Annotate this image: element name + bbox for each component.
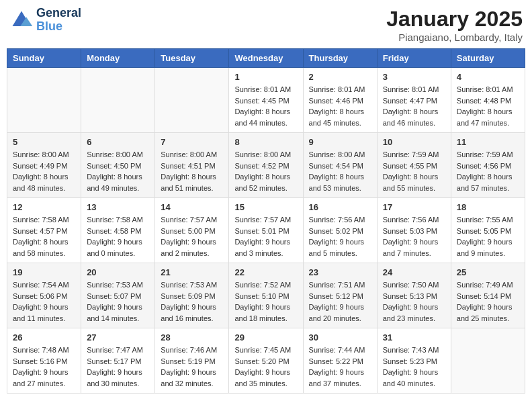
day-info: Sunrise: 7:49 AM Sunset: 5:14 PM Dayligh… <box>457 279 519 324</box>
day-info: Sunrise: 8:00 AM Sunset: 4:52 PM Dayligh… <box>234 149 297 193</box>
day-info: Sunrise: 8:00 AM Sunset: 4:51 PM Dayligh… <box>161 149 223 193</box>
day-info: Sunrise: 7:56 AM Sunset: 5:02 PM Dayligh… <box>309 214 371 259</box>
calendar-day-10: 10Sunrise: 7:59 AM Sunset: 4:55 PM Dayli… <box>377 133 451 198</box>
day-info: Sunrise: 7:47 AM Sunset: 5:17 PM Dayligh… <box>87 345 149 389</box>
day-number: 22 <box>234 267 297 277</box>
day-info: Sunrise: 7:57 AM Sunset: 5:00 PM Dayligh… <box>161 214 223 259</box>
day-number: 23 <box>309 267 371 277</box>
calendar-day-12: 12Sunrise: 7:58 AM Sunset: 4:57 PM Dayli… <box>7 198 81 263</box>
calendar-day-empty <box>81 68 155 133</box>
day-info: Sunrise: 7:57 AM Sunset: 5:01 PM Dayligh… <box>234 214 297 259</box>
calendar-day-14: 14Sunrise: 7:57 AM Sunset: 5:00 PM Dayli… <box>155 198 229 263</box>
calendar-day-27: 27Sunrise: 7:47 AM Sunset: 5:17 PM Dayli… <box>81 328 155 394</box>
calendar-day-26: 26Sunrise: 7:48 AM Sunset: 5:16 PM Dayli… <box>7 328 81 394</box>
day-number: 28 <box>161 332 223 342</box>
calendar-day-18: 18Sunrise: 7:55 AM Sunset: 5:05 PM Dayli… <box>451 198 525 263</box>
weekday-header-friday: Friday <box>377 49 451 68</box>
day-number: 5 <box>13 137 75 147</box>
day-number: 29 <box>234 332 297 342</box>
month-title: January 2025 <box>386 7 523 32</box>
day-info: Sunrise: 8:01 AM Sunset: 4:45 PM Dayligh… <box>234 84 297 128</box>
calendar-week-row: 19Sunrise: 7:54 AM Sunset: 5:06 PM Dayli… <box>7 263 525 328</box>
day-number: 3 <box>383 72 445 82</box>
day-info: Sunrise: 7:52 AM Sunset: 5:10 PM Dayligh… <box>234 279 297 324</box>
weekday-header-row: SundayMondayTuesdayWednesdayThursdayFrid… <box>7 49 525 68</box>
calendar-day-30: 30Sunrise: 7:44 AM Sunset: 5:22 PM Dayli… <box>303 328 377 394</box>
day-number: 15 <box>234 202 297 212</box>
calendar-week-row: 5Sunrise: 8:00 AM Sunset: 4:49 PM Daylig… <box>7 133 525 198</box>
calendar-day-28: 28Sunrise: 7:46 AM Sunset: 5:19 PM Dayli… <box>155 328 229 394</box>
day-info: Sunrise: 7:58 AM Sunset: 4:58 PM Dayligh… <box>87 214 149 259</box>
day-number: 13 <box>87 202 149 212</box>
day-number: 11 <box>457 137 519 147</box>
day-info: Sunrise: 8:00 AM Sunset: 4:49 PM Dayligh… <box>13 149 75 193</box>
day-number: 20 <box>87 267 149 277</box>
calendar-day-7: 7Sunrise: 8:00 AM Sunset: 4:51 PM Daylig… <box>155 133 229 198</box>
calendar-day-23: 23Sunrise: 7:51 AM Sunset: 5:12 PM Dayli… <box>303 263 377 328</box>
logo-icon <box>9 8 34 32</box>
day-info: Sunrise: 8:00 AM Sunset: 4:54 PM Dayligh… <box>309 149 371 193</box>
day-info: Sunrise: 7:58 AM Sunset: 4:57 PM Dayligh… <box>13 214 75 259</box>
weekday-header-monday: Monday <box>81 49 155 68</box>
day-number: 10 <box>383 137 445 147</box>
day-number: 17 <box>383 202 445 212</box>
day-number: 6 <box>87 137 149 147</box>
day-info: Sunrise: 7:44 AM Sunset: 5:22 PM Dayligh… <box>309 345 371 389</box>
day-info: Sunrise: 7:53 AM Sunset: 5:09 PM Dayligh… <box>161 279 223 324</box>
calendar-day-29: 29Sunrise: 7:45 AM Sunset: 5:20 PM Dayli… <box>229 328 303 394</box>
title-area: January 2025 Piangaiano, Lombardy, Italy <box>386 7 523 43</box>
calendar-day-empty <box>451 328 525 394</box>
day-number: 18 <box>457 202 519 212</box>
day-info: Sunrise: 7:43 AM Sunset: 5:23 PM Dayligh… <box>383 345 445 389</box>
day-number: 8 <box>234 137 297 147</box>
day-info: Sunrise: 7:59 AM Sunset: 4:56 PM Dayligh… <box>457 149 519 193</box>
day-info: Sunrise: 7:48 AM Sunset: 5:16 PM Dayligh… <box>13 345 75 389</box>
day-number: 24 <box>383 267 445 277</box>
calendar-week-row: 26Sunrise: 7:48 AM Sunset: 5:16 PM Dayli… <box>7 328 525 394</box>
weekday-header-thursday: Thursday <box>303 49 377 68</box>
day-number: 14 <box>161 202 223 212</box>
logo: General Blue <box>9 7 81 34</box>
day-number: 16 <box>309 202 371 212</box>
calendar-day-4: 4Sunrise: 8:01 AM Sunset: 4:48 PM Daylig… <box>451 68 525 133</box>
day-info: Sunrise: 7:55 AM Sunset: 5:05 PM Dayligh… <box>457 214 519 259</box>
calendar-day-21: 21Sunrise: 7:53 AM Sunset: 5:09 PM Dayli… <box>155 263 229 328</box>
day-info: Sunrise: 7:46 AM Sunset: 5:19 PM Dayligh… <box>161 345 223 389</box>
day-info: Sunrise: 8:01 AM Sunset: 4:48 PM Dayligh… <box>457 84 519 128</box>
calendar-day-31: 31Sunrise: 7:43 AM Sunset: 5:23 PM Dayli… <box>377 328 451 394</box>
day-number: 21 <box>161 267 223 277</box>
day-info: Sunrise: 7:59 AM Sunset: 4:55 PM Dayligh… <box>383 149 445 193</box>
calendar-week-row: 12Sunrise: 7:58 AM Sunset: 4:57 PM Dayli… <box>7 198 525 263</box>
weekday-header-wednesday: Wednesday <box>229 49 303 68</box>
calendar-day-25: 25Sunrise: 7:49 AM Sunset: 5:14 PM Dayli… <box>451 263 525 328</box>
calendar-day-11: 11Sunrise: 7:59 AM Sunset: 4:56 PM Dayli… <box>451 133 525 198</box>
day-number: 2 <box>309 72 371 82</box>
day-number: 26 <box>13 332 75 342</box>
calendar-table: SundayMondayTuesdayWednesdayThursdayFrid… <box>7 48 525 394</box>
weekday-header-sunday: Sunday <box>7 49 81 68</box>
calendar-day-20: 20Sunrise: 7:53 AM Sunset: 5:07 PM Dayli… <box>81 263 155 328</box>
calendar-day-13: 13Sunrise: 7:58 AM Sunset: 4:58 PM Dayli… <box>81 198 155 263</box>
day-info: Sunrise: 7:50 AM Sunset: 5:13 PM Dayligh… <box>383 279 445 324</box>
weekday-header-tuesday: Tuesday <box>155 49 229 68</box>
calendar-day-17: 17Sunrise: 7:56 AM Sunset: 5:03 PM Dayli… <box>377 198 451 263</box>
calendar-day-16: 16Sunrise: 7:56 AM Sunset: 5:02 PM Dayli… <box>303 198 377 263</box>
day-number: 7 <box>161 137 223 147</box>
day-info: Sunrise: 7:53 AM Sunset: 5:07 PM Dayligh… <box>87 279 149 324</box>
day-number: 31 <box>383 332 445 342</box>
day-number: 9 <box>309 137 371 147</box>
calendar-day-15: 15Sunrise: 7:57 AM Sunset: 5:01 PM Dayli… <box>229 198 303 263</box>
calendar-day-19: 19Sunrise: 7:54 AM Sunset: 5:06 PM Dayli… <box>7 263 81 328</box>
day-info: Sunrise: 8:00 AM Sunset: 4:50 PM Dayligh… <box>87 149 149 193</box>
calendar-day-1: 1Sunrise: 8:01 AM Sunset: 4:45 PM Daylig… <box>229 68 303 133</box>
calendar-day-8: 8Sunrise: 8:00 AM Sunset: 4:52 PM Daylig… <box>229 133 303 198</box>
day-number: 12 <box>13 202 75 212</box>
day-info: Sunrise: 8:01 AM Sunset: 4:46 PM Dayligh… <box>309 84 371 128</box>
day-info: Sunrise: 7:54 AM Sunset: 5:06 PM Dayligh… <box>13 279 75 324</box>
day-info: Sunrise: 7:45 AM Sunset: 5:20 PM Dayligh… <box>234 345 297 389</box>
day-number: 1 <box>234 72 297 82</box>
calendar-day-empty <box>7 68 81 133</box>
weekday-header-saturday: Saturday <box>451 49 525 68</box>
day-info: Sunrise: 7:56 AM Sunset: 5:03 PM Dayligh… <box>383 214 445 259</box>
calendar-day-5: 5Sunrise: 8:00 AM Sunset: 4:49 PM Daylig… <box>7 133 81 198</box>
